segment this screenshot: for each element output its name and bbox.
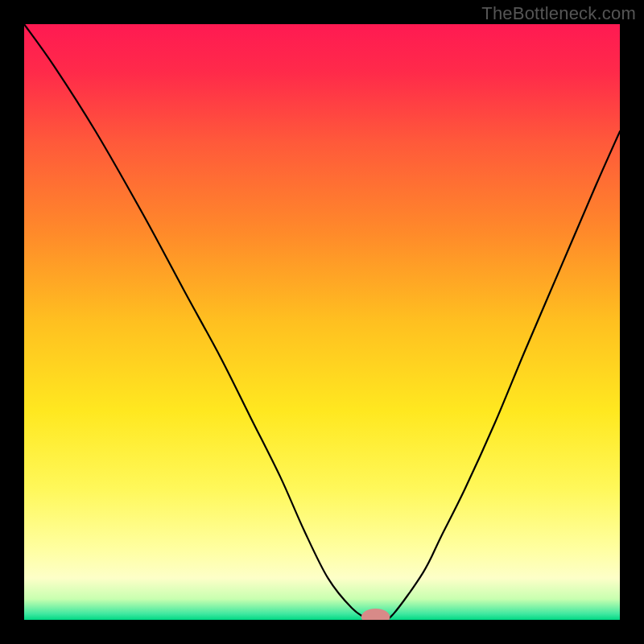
gradient-background xyxy=(24,24,620,620)
chart-svg xyxy=(24,24,620,620)
watermark-text: TheBottleneck.com xyxy=(481,3,636,24)
chart-frame: TheBottleneck.com xyxy=(0,0,644,644)
plot-area xyxy=(24,24,620,620)
